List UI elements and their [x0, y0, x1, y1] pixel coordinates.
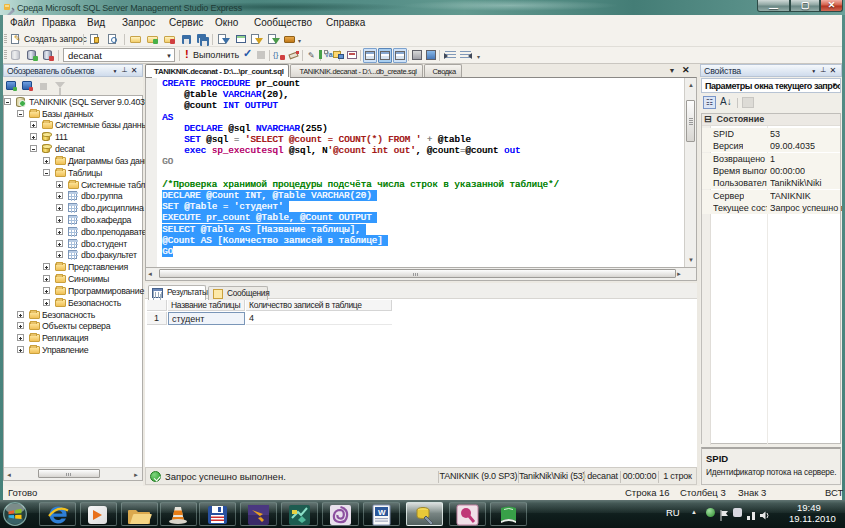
svg-text:W: W — [378, 508, 386, 517]
